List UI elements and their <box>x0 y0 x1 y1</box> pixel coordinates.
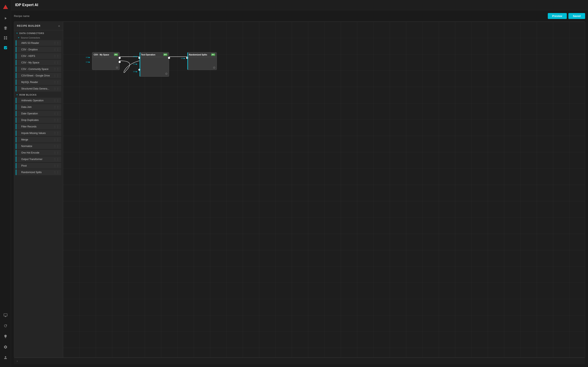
node-header-csv-my-space: CSV - My Space PY <box>92 52 120 57</box>
item-drop-duplicates[interactable]: Drop Duplicates ⋮⋮ <box>16 117 61 123</box>
content-area: Recipe name Preview Saved RECIPE BUILDER… <box>11 10 588 367</box>
app-title: IDP Expert AI <box>15 3 38 7</box>
node-footer-csv-my-space: ⊙ <box>92 65 120 70</box>
logo-area <box>0 2 11 12</box>
sidebar-bottom-icons <box>1 311 10 367</box>
sidebar-icon-user[interactable] <box>1 353 10 362</box>
sidebar-icon-play[interactable] <box>1 14 10 23</box>
saved-button[interactable]: Saved <box>568 13 585 19</box>
drag-handle: ⋮⋮ <box>53 171 59 174</box>
item-arithmetic-operation[interactable]: Arithmetic Operation ⋮⋮ <box>16 98 61 103</box>
node-settings-csv-my-space[interactable]: ⊙ <box>116 66 118 69</box>
drag-handle: ⋮⋮ <box>53 48 59 51</box>
item-csv-dropbox[interactable]: CSV - Dropbox ⋮⋮ <box>16 47 61 52</box>
collapse-button[interactable]: « <box>58 24 60 28</box>
port-label-sta-to3: STA▶ <box>133 71 138 73</box>
item-output-transformer[interactable]: Output Transformer ⋮⋮ <box>16 156 61 162</box>
node-text-operation[interactable]: Text Operation PY ⊙ STA▶ STA▶ STA▶ <box>139 52 169 77</box>
drag-handle: ⋮⋮ <box>53 105 59 109</box>
port-out-csv-my-space-2[interactable] <box>119 61 121 63</box>
item-one-hot-encode[interactable]: One Hot Encode ⋮⋮ <box>16 150 61 156</box>
builder-area: RECIPE BUILDER « ▼ DATA CONNECTORS ▼ Sou… <box>14 21 585 358</box>
node-body-csv-my-space <box>92 57 120 65</box>
item-normalize[interactable]: Normalize ⋮⋮ <box>16 143 61 149</box>
subsection-source-connectors[interactable]: ▼ Source Connectors <box>14 36 63 40</box>
port-label-sta-to2: STA▶ <box>133 63 138 65</box>
app-logo <box>2 4 9 10</box>
item-merge[interactable]: Merge ⋮⋮ <box>16 137 61 142</box>
node-header-text-operation: Text Operation PY <box>140 52 169 57</box>
sidebar-icon-gear[interactable] <box>1 342 10 351</box>
recipe-buttons: Preview Saved <box>548 13 585 19</box>
item-data-join[interactable]: Data Join ⋮⋮ <box>16 104 61 110</box>
section-row-blocks[interactable]: ▼ ROW BLOCKS <box>14 92 63 97</box>
drag-handle: ⋮⋮ <box>53 118 59 122</box>
item-impute-missing-values[interactable]: Impute Missing Values ⋮⋮ <box>16 130 61 136</box>
node-footer-text-operation: ⊙ <box>140 71 169 76</box>
recipe-bar: Recipe name Preview Saved <box>14 13 585 19</box>
drag-handle: ⋮⋮ <box>53 151 59 154</box>
node-csv-my-space[interactable]: CSV - My Space PY ⊙ STA▶ STA▶ <box>92 52 120 70</box>
node-accent-rand-splits <box>187 52 188 70</box>
node-badge-text-operation: PY <box>163 53 167 56</box>
drag-handle: ⋮⋮ <box>53 158 59 161</box>
drag-handle: ⋮⋮ <box>53 61 59 64</box>
item-csv-hdfs[interactable]: CSV - HDFS ⋮⋮ <box>16 53 61 59</box>
item-structured-data-gen[interactable]: Structured Data Genera... ⋮⋮ <box>16 86 61 92</box>
drag-handle: ⋮⋮ <box>53 138 59 141</box>
item-aws-s3-reader[interactable]: AWS S3 Reader ⋮⋮ <box>16 40 61 46</box>
item-pivot[interactable]: Pivot ⋮⋮ <box>16 163 61 169</box>
port-out-csv-my-space-1[interactable] <box>119 57 121 59</box>
drag-handle: ⋮⋮ <box>53 112 59 115</box>
sidebar-icon-monitor[interactable] <box>1 311 10 320</box>
item-date-operation[interactable]: Date Operation ⋮⋮ <box>16 111 61 117</box>
drag-handle: ⋮⋮ <box>53 125 59 128</box>
node-label-text-operation: Text Operation <box>141 54 155 56</box>
item-csv-my-space[interactable]: CSV - My Space ⋮⋮ <box>16 60 61 66</box>
node-label-randomized-splits: Randomized Splits <box>189 54 207 56</box>
svg-rect-5 <box>6 38 7 40</box>
node-settings-rand-splits[interactable]: ⊙ <box>213 66 215 69</box>
port-out-text-op[interactable] <box>168 57 170 59</box>
node-label-csv-my-space: CSV - My Space <box>94 54 109 56</box>
rb-arrow: ▼ <box>16 94 18 96</box>
section-data-connectors[interactable]: ▼ DATA CONNECTORS <box>14 30 63 36</box>
node-badge-csv-my-space: PY <box>114 53 118 56</box>
node-randomized-splits[interactable]: Randomized Splits PY ⊙ STA▶ <box>187 52 217 70</box>
drag-handle: ⋮⋮ <box>53 67 59 71</box>
dc-label: DATA CONNECTORS <box>19 32 44 34</box>
expand-button[interactable]: › <box>17 359 17 363</box>
sidebar-icon-grid[interactable] <box>1 33 10 42</box>
item-mysql-reader[interactable]: MySQL Reader ⋮⋮ <box>16 79 61 85</box>
preview-button[interactable]: Preview <box>548 13 567 19</box>
canvas-area[interactable]: CSV - My Space PY ⊙ STA▶ STA▶ <box>63 22 585 358</box>
node-header-randomized-splits: Randomized Splits PY <box>187 52 217 57</box>
drag-handle: ⋮⋮ <box>53 54 59 58</box>
item-filter-records[interactable]: Filter Records ⋮⋮ <box>16 124 61 129</box>
item-csv-google-drive[interactable]: CSV/Sheet - Google Drive ⋮⋮ <box>16 73 61 78</box>
node-settings-text-op[interactable]: ⊙ <box>165 72 168 75</box>
bottom-bar: › <box>14 358 585 364</box>
sidebar-title: RECIPE BUILDER <box>17 25 40 27</box>
icon-sidebar <box>0 0 11 367</box>
node-accent-text-op <box>140 52 140 76</box>
sidebar-icon-recipe[interactable] <box>1 43 10 52</box>
svg-rect-3 <box>6 36 7 38</box>
item-randomized-splits[interactable]: Randomized Splits ⋮⋮ <box>16 169 61 175</box>
sc-arrow: ▼ <box>18 37 20 39</box>
node-body-randomized-splits <box>187 57 217 65</box>
sc-label: Source Connectors <box>21 36 40 39</box>
svg-rect-2 <box>4 36 5 38</box>
sidebar-icon-layers[interactable] <box>1 24 10 33</box>
sidebar-icon-bulb[interactable] <box>1 332 10 341</box>
port-label-sta-to1: STA▶ <box>133 56 138 58</box>
rb-label: ROW BLOCKS <box>19 94 36 96</box>
port-label-sta-rs: STA▶ <box>181 58 185 59</box>
recipe-sidebar: RECIPE BUILDER « ▼ DATA CONNECTORS ▼ Sou… <box>14 22 63 358</box>
item-csv-community-space[interactable]: CSV - Community Space ⋮⋮ <box>16 66 61 72</box>
port-label-sta2: STA▶ <box>86 61 90 63</box>
recipe-name-label: Recipe name <box>14 15 30 17</box>
drag-handle: ⋮⋮ <box>53 87 59 90</box>
drag-handle: ⋮⋮ <box>53 164 59 167</box>
sidebar-icon-refresh[interactable] <box>1 321 10 330</box>
